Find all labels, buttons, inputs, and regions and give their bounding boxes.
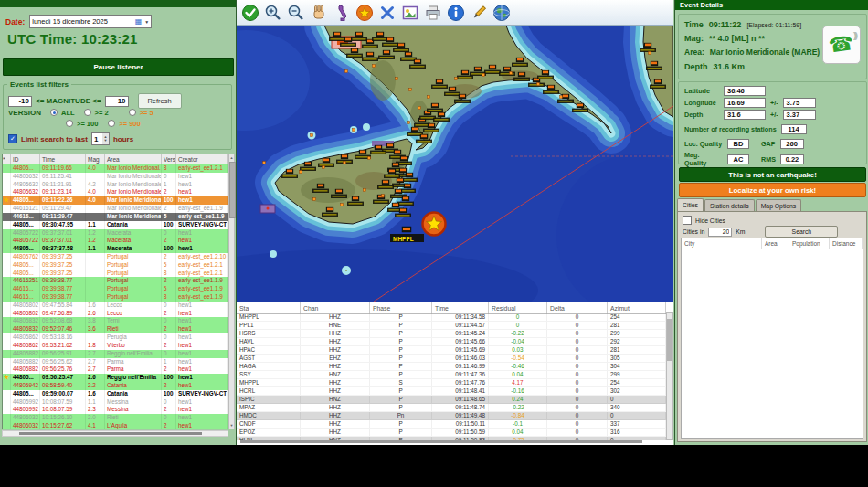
column-header[interactable]: City	[682, 238, 762, 249]
cities-radius-input[interactable]	[708, 228, 732, 237]
column-header[interactable]: ID	[11, 154, 40, 164]
column-header[interactable]: *	[3, 154, 11, 164]
station-row[interactable]: HAVLHHZP09:11:45.66-0.040292	[237, 338, 666, 346]
column-header[interactable]: Chan	[301, 302, 370, 313]
event-row[interactable]: 4480576209:39:37.25Portugal2early-est_ee…	[3, 253, 228, 261]
events-vertical-scrollbar[interactable]: ▲ ▼	[228, 154, 235, 429]
column-header[interactable]: Azimut	[608, 302, 666, 313]
station-row[interactable]: HPACHHZP09:11:45.690.030281	[237, 346, 666, 355]
event-row[interactable]: 4480563209:11:21.914.2Mar Ionio Meridion…	[3, 181, 228, 189]
version-radio-all[interactable]	[50, 109, 58, 116]
station-row[interactable]: MHPPLHHZS09:11:47.764.170254	[237, 379, 666, 387]
event-row[interactable]: 4461612109:11:29.47Mar Ionio Meridionale…	[3, 205, 228, 213]
draw-icon[interactable]	[468, 2, 490, 24]
event-row[interactable]: 4480563209:11:25.41Mar Ionio Meridionale…	[3, 173, 228, 181]
event-row[interactable]: 4480599210:08:07.591.1Messina0hew1	[3, 398, 228, 407]
refresh-button[interactable]: Refresh	[138, 93, 182, 109]
version-radio-100[interactable]	[66, 120, 73, 127]
not-earthquake-button[interactable]: This is not an earthquake!	[679, 167, 866, 182]
event-row[interactable]: 44805...09:59:00.071.6Catania100SURVEY-I…	[3, 390, 228, 398]
column-header[interactable]: Time	[40, 154, 86, 164]
tab-map-options[interactable]: Map Options	[756, 199, 802, 211]
event-row[interactable]: 4480572209:37:37.011.2Macerata0hew1	[3, 229, 228, 238]
pan-hand-icon[interactable]	[308, 2, 330, 24]
italy-extent-icon[interactable]	[331, 2, 353, 24]
station-row[interactable]: MPAZHHZP09:11:48.74-0.220340	[237, 404, 666, 412]
station-row[interactable]: CNDFHHZP09:11:50.11-0.10337	[237, 420, 666, 429]
event-row[interactable]: 4480594209:58:59.402.2Catania2hew1	[3, 382, 228, 390]
column-header[interactable]: Area	[105, 154, 162, 164]
event-row[interactable]: 4480603210:15:26.102.0Rieti0hew1	[3, 414, 228, 422]
event-row[interactable]: 44616...09:11:29.47Mar Ionio Meridional.…	[3, 213, 228, 221]
column-header[interactable]: Version	[162, 154, 176, 164]
event-row[interactable]: 4480580209:47:55.841.6Lecco0hew1	[3, 302, 228, 310]
events-horizontal-scrollbar[interactable]	[2, 430, 228, 437]
event-row[interactable]: 44805...09:30:47.951.1Catania100SURVEY-I…	[3, 221, 228, 229]
search-cities-button[interactable]: Search	[765, 226, 838, 238]
event-row[interactable]: 4480588209:56:25.912.7Reggio nell'Emilia…	[3, 350, 228, 358]
column-header[interactable]: Time	[432, 302, 489, 313]
event-row[interactable]: 4480603210:15:27.624.1L'Aquila2hew1	[3, 422, 228, 429]
version-radio-2[interactable]	[84, 109, 91, 116]
chevron-down-icon[interactable]: ▼	[144, 19, 149, 25]
longitude-error[interactable]: 3.75	[783, 98, 816, 108]
event-row[interactable]: 4480583209:52:07.463.6Rieti2hew1	[3, 325, 228, 333]
pause-listener-button[interactable]: Pause listener	[3, 58, 234, 76]
station-horizontal-scrollbar[interactable]	[240, 440, 642, 443]
latitude-value[interactable]: 36.46	[724, 86, 766, 96]
event-row[interactable]: 4480586209:53:18.16Perugia0hew1	[3, 333, 228, 342]
localize-button[interactable]: Localize at your own risk!	[679, 183, 866, 197]
column-header[interactable]: Mag	[86, 154, 105, 164]
column-header[interactable]: Population	[789, 238, 830, 249]
event-row[interactable]: 4480572209:37:37.011.2Macerata2hew1	[3, 237, 228, 245]
info-icon[interactable]	[445, 2, 467, 24]
station-row[interactable]: EPOZHHZP09:11:50.590.040316	[237, 429, 666, 437]
station-vertical-scrollbar[interactable]	[666, 312, 673, 440]
hours-stepper[interactable]: 1 ▲▼	[91, 132, 110, 145]
event-row[interactable]: 44805...09:39:37.25Portugal8early-est_ee…	[3, 270, 228, 278]
station-row[interactable]: MHPPLHHZP09:11:34.5800254	[237, 313, 666, 322]
event-row[interactable]: 44616...09:39:38.77Portugal5early-est_ee…	[3, 285, 228, 293]
event-row[interactable]: 4480580209:47:56.892.6Lecco2hew1	[3, 310, 228, 318]
event-row[interactable]: 44805...09:37:37.581.1Macerata100hew1	[3, 245, 228, 253]
station-row[interactable]: HMDCHHZPn09:11:49.48-0.8400	[237, 412, 666, 420]
version-radio-5[interactable]	[129, 109, 136, 116]
limit-search-checkbox[interactable]: ✓	[8, 134, 17, 143]
event-row[interactable]: 44805...09:39:37.25Portugal5early-est_ee…	[3, 261, 228, 270]
event-row[interactable]: 4480563209:11:23.144.0Mar Ionio Meridion…	[3, 188, 228, 196]
event-row[interactable]: ★44805...09:56:25.472.6Reggio nell'Emili…	[3, 374, 228, 382]
station-row[interactable]: HAGAHHZP09:11:46.99-0.460304	[237, 363, 666, 371]
event-row[interactable]: 44805...09:11:19.664.0Mar Ionio Meridion…	[3, 164, 228, 173]
zoom-in-icon[interactable]	[262, 2, 284, 24]
close-icon[interactable]	[376, 2, 398, 24]
column-header[interactable]: Area	[762, 238, 789, 249]
tab-cities[interactable]: Cities	[677, 198, 704, 211]
date-picker[interactable]: lunedì 15 dicembre 2025 ▦ ▼	[29, 15, 152, 28]
station-row[interactable]: PPL1HNEP09:11:44.5700281	[237, 322, 666, 330]
zoom-out-icon[interactable]	[285, 2, 307, 24]
column-header[interactable]: Delta	[547, 302, 608, 313]
column-header[interactable]: Phase	[370, 302, 432, 313]
station-row[interactable]: SSYHNZP09:11:47.360.040299	[237, 371, 666, 379]
depth-error[interactable]: 3.37	[783, 110, 816, 120]
depth-value[interactable]: 31.6	[724, 110, 766, 120]
snapshot-icon[interactable]	[399, 2, 421, 24]
event-row[interactable]: 4480586209:53:21.621.8Viterbo2hew1	[3, 342, 228, 350]
event-row[interactable]: 4480588209:56:25.762.7Parma2hew1	[3, 365, 228, 374]
stepper-arrows-icon[interactable]: ▲▼	[102, 133, 109, 144]
station-row[interactable]: ISPICHNZP09:11:48.650.2400	[237, 396, 666, 404]
magnitude-max-input[interactable]	[105, 96, 129, 107]
event-row[interactable]: 4480583209:52:08.683.8Terni0hew1	[3, 317, 228, 325]
column-header[interactable]: Distance	[830, 238, 863, 249]
station-row[interactable]: AGSTEHZP09:11:46.03-0.540305	[237, 355, 666, 363]
column-header[interactable]: Creator	[176, 154, 228, 164]
event-row[interactable]: 44616...09:39:38.77Portugal8early-est_ee…	[3, 293, 228, 302]
seismic-map[interactable]: MHPPL	[237, 26, 673, 302]
epicenter-marker[interactable]	[423, 213, 446, 236]
world-icon[interactable]	[491, 2, 513, 24]
station-row[interactable]: HSRSHHZP09:11:45.24-0.220299	[237, 330, 666, 338]
star-event-icon[interactable]	[354, 2, 376, 24]
event-row[interactable]: 4480599210:08:07.592.3Messina2hew1	[3, 406, 228, 414]
call-button[interactable]: ☎ )))	[822, 26, 861, 64]
column-header[interactable]: Sta	[237, 302, 301, 313]
